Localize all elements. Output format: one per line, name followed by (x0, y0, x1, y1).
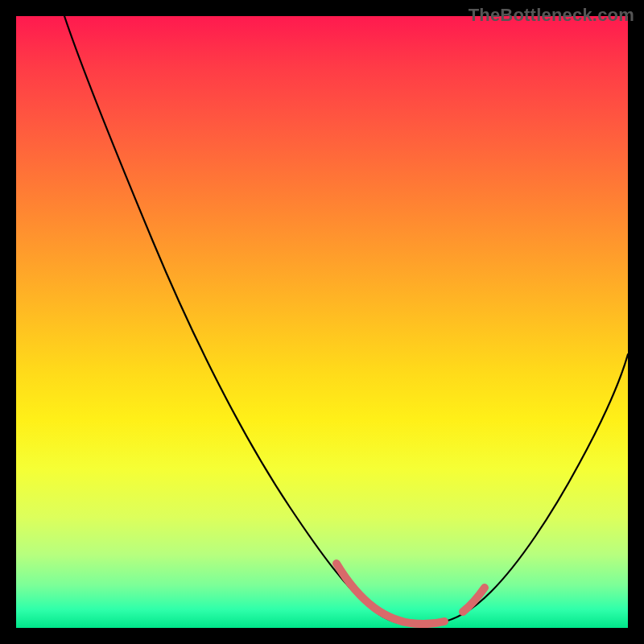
plot-area (16, 16, 628, 628)
chart-frame: TheBottleneck.com (0, 0, 644, 644)
watermark-text: TheBottleneck.com (469, 5, 634, 26)
heat-gradient-bg (16, 16, 628, 628)
